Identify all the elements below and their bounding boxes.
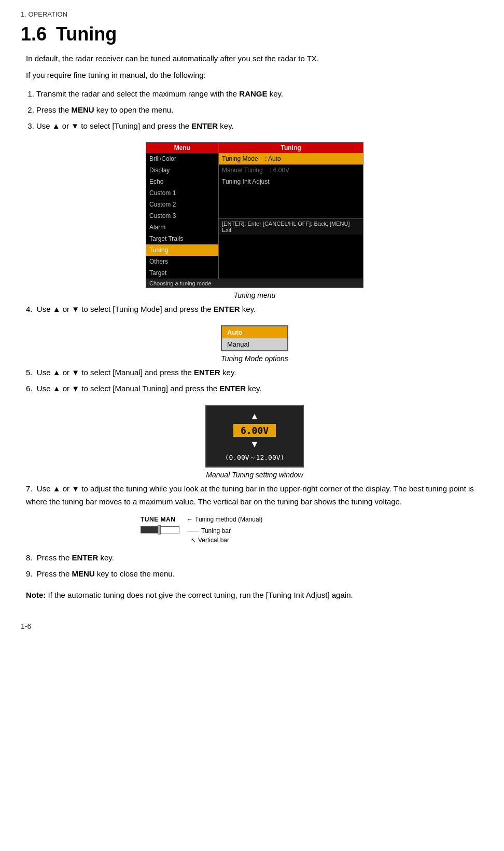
step-2: Press the MENU key to open the menu.	[36, 103, 483, 117]
menu-item-display: Display	[146, 164, 218, 176]
step-7: 7. Use ▲ or ▼ to adjust the tuning while…	[26, 482, 483, 509]
section-number: 1.6	[21, 23, 47, 45]
annotation-vertical-bar: ↖ Vertical bar	[191, 537, 262, 544]
down-arrow-icon: ▼	[250, 439, 259, 450]
section-title: Tuning	[56, 23, 117, 45]
intro-para1: In default, the radar receiver can be tu…	[26, 52, 483, 65]
figure2-caption: Tuning Mode options	[221, 354, 288, 363]
menu-item-target: Target	[146, 267, 218, 279]
tuning-value: 6.00V	[233, 424, 276, 437]
step-4: 4. Use ▲ or ▼ to select [Tuning Mode] an…	[26, 303, 483, 316]
annotation-tuning-method: ← Tuning method (Manual)	[187, 516, 262, 523]
tuning-bar-filled	[141, 526, 159, 533]
tuning-mode-item: Tuning Mode : Auto	[219, 153, 363, 164]
menu-item-others: Others	[146, 256, 218, 267]
breadcrumb: 1. OPERATION	[21, 10, 483, 18]
menu-item-targettrails: Target Trails	[146, 233, 218, 244]
tuning-bar-empty	[161, 526, 179, 533]
step-9: 9. Press the MENU key to close the menu.	[26, 567, 483, 581]
page-footer: 1-6	[21, 622, 483, 630]
figure-tuning-window: ▲ 6.00V ▼ (0.00V～12.00V) Manual Tuning s…	[26, 405, 483, 479]
step-5: 5. Use ▲ or ▼ to select [Manual] and pre…	[26, 366, 483, 379]
mode-auto: Auto	[222, 326, 287, 338]
note: Note: If the automatic tuning does not g…	[26, 589, 483, 601]
tuning-bar-diagram: TUNE MAN ← Tuning method (Manual) —— Tun…	[141, 516, 369, 544]
step-1: Transmit the radar and select the maximu…	[36, 87, 483, 101]
step-8: 8. Press the ENTER key.	[26, 551, 483, 565]
figure-mode-options: Auto Manual Tuning Mode options	[26, 325, 483, 363]
tuning-range: (0.00V～12.00V)	[225, 453, 285, 462]
intro-para2: If you require fine tuning in manual, do…	[26, 69, 483, 81]
menu-item-brillcolor: Brill/Color	[146, 153, 218, 164]
menu-item-alarm: Alarm	[146, 222, 218, 233]
menu-item-echo: Echo	[146, 176, 218, 187]
up-arrow-icon: ▲	[250, 411, 259, 422]
mode-manual: Manual	[222, 338, 287, 350]
menu-item-tuning: Tuning	[146, 244, 218, 256]
figure3-caption: Manual Tuning setting window	[206, 471, 303, 479]
tuning-init-item: Tuning Init Adjust	[219, 176, 363, 187]
menu-item-custom1: Custom 1	[146, 187, 218, 199]
figure1-caption: Tuning menu	[234, 291, 276, 299]
tuning-header: Tuning	[219, 143, 363, 153]
figure-tuning-menu: Menu Brill/Color Display Echo Custom 1 C…	[26, 142, 483, 299]
step-3: Use ▲ or ▼ to select [Tuning] and press …	[36, 119, 483, 133]
menu-header: Menu	[146, 143, 218, 153]
manual-tuning-item: Manual Tuning : 6.00V	[219, 164, 363, 176]
menu-bottom-bar: [ENTER]: Enter [CANCEL/HL OFF]: Back; [M…	[219, 218, 363, 235]
menu-item-custom2: Custom 2	[146, 199, 218, 210]
menu-item-custom3: Custom 3	[146, 210, 218, 222]
tune-man-label: TUNE MAN	[141, 516, 175, 523]
step-6: 6. Use ▲ or ▼ to select [Manual Tuning] …	[26, 382, 483, 395]
menu-status-bar: Choosing a tuning mode	[146, 279, 363, 287]
annotation-tuning-bar: —— Tuning bar	[187, 527, 262, 534]
